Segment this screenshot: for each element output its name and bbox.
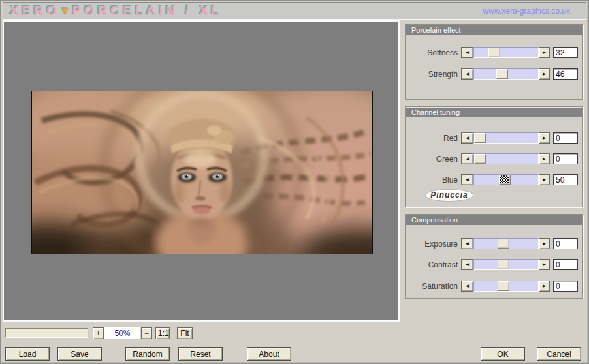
softness-decrease-button[interactable]: ◄ xyxy=(461,47,473,58)
blue-decrease-button[interactable]: ◄ xyxy=(461,174,473,185)
slider-label-red: Red xyxy=(406,134,458,143)
arrow-right-icon: ► xyxy=(542,177,547,183)
saturation-decrease-button[interactable]: ◄ xyxy=(461,281,473,292)
red-slider-track[interactable] xyxy=(473,132,539,144)
slider-label-softness: Softness xyxy=(406,48,458,57)
arrow-right-icon: ► xyxy=(542,71,547,77)
progress-bar xyxy=(5,328,88,338)
slider-label-exposure: Exposure xyxy=(406,239,458,249)
strength-increase-button[interactable]: ► xyxy=(539,68,550,80)
softness-value-input[interactable] xyxy=(553,47,578,58)
exposure-slider-thumb[interactable] xyxy=(498,239,509,249)
contrast-value-input[interactable] xyxy=(553,259,578,270)
saturation-value-input[interactable] xyxy=(553,281,578,292)
arrow-left-icon: ◄ xyxy=(465,135,470,141)
arrow-left-icon: ◄ xyxy=(465,262,470,267)
pinuccia-watermark: Pinuccia xyxy=(425,189,473,202)
slider-row-blue: Blue ◄ ► xyxy=(406,174,582,185)
green-value-input[interactable] xyxy=(553,153,578,164)
arrow-left-icon: ◄ xyxy=(465,156,470,162)
blue-slider-track[interactable] xyxy=(473,174,539,185)
exposure-value-input[interactable] xyxy=(553,238,578,249)
save-button[interactable]: Save xyxy=(57,347,102,361)
slider-row-exposure: Exposure ◄ ► xyxy=(406,238,582,249)
blue-value-input[interactable] xyxy=(553,174,578,185)
plugin-dialog: { "titlebar": { "logo_xero": "XERO", "lo… xyxy=(0,0,589,364)
arrow-right-icon: ► xyxy=(542,50,547,55)
contrast-increase-button[interactable]: ► xyxy=(539,259,550,270)
exposure-slider-track[interactable] xyxy=(473,238,539,249)
section-porcelain-effect: Porcelain effect Softness ◄ ► Strength ◄… xyxy=(405,24,583,100)
slider-row-green: Green ◄ ► xyxy=(406,153,582,164)
triangle-icon: ▼ xyxy=(60,5,72,18)
artwork xyxy=(32,91,372,254)
logo-porcelain-text: PORCELAIN / XL xyxy=(72,3,223,18)
blue-slider-thumb[interactable] xyxy=(499,175,511,185)
softness-increase-button[interactable]: ► xyxy=(539,47,550,58)
slider-label-green: Green xyxy=(406,155,458,164)
preview-image xyxy=(31,91,373,254)
arrow-left-icon: ◄ xyxy=(465,71,470,77)
contrast-slider-track[interactable] xyxy=(473,259,539,270)
green-increase-button[interactable]: ► xyxy=(539,153,550,164)
green-decrease-button[interactable]: ◄ xyxy=(461,153,473,164)
arrow-right-icon: ► xyxy=(542,135,547,141)
contrast-slider-thumb[interactable] xyxy=(498,260,509,269)
slider-row-red: Red ◄ ► xyxy=(406,132,582,144)
cancel-button[interactable]: Cancel xyxy=(537,347,581,361)
zoom-level-display: 50% xyxy=(104,327,140,339)
softness-slider-track[interactable] xyxy=(473,47,539,58)
green-slider-track[interactable] xyxy=(473,153,539,164)
fit-button[interactable]: Fit xyxy=(177,327,193,339)
red-decrease-button[interactable]: ◄ xyxy=(461,132,473,144)
section-title: Compensation xyxy=(406,215,582,225)
section-compensation: Compensation Exposure ◄ ► Contrast ◄ ► S… xyxy=(405,214,583,299)
zoom-in-button[interactable]: + xyxy=(93,327,104,339)
softness-slider-thumb[interactable] xyxy=(488,48,500,57)
section-title: Porcelain effect xyxy=(406,25,582,35)
section-channel-tuning: Channel tuning Red ◄ ► Green ◄ ► Blue ◄ … xyxy=(405,106,583,207)
red-increase-button[interactable]: ► xyxy=(539,132,550,144)
slider-row-strength: Strength ◄ ► xyxy=(406,68,582,80)
red-value-input[interactable] xyxy=(553,132,578,144)
arrow-right-icon: ► xyxy=(542,262,547,267)
red-slider-thumb[interactable] xyxy=(474,133,486,143)
slider-label-blue: Blue xyxy=(406,175,458,185)
saturation-slider-thumb[interactable] xyxy=(498,281,509,291)
reset-button[interactable]: Reset xyxy=(178,347,223,361)
exposure-increase-button[interactable]: ► xyxy=(539,238,550,249)
strength-decrease-button[interactable]: ◄ xyxy=(461,68,473,80)
slider-label-strength: Strength xyxy=(406,70,458,79)
slider-row-saturation: Saturation ◄ ► xyxy=(406,281,582,292)
contrast-decrease-button[interactable]: ◄ xyxy=(461,259,473,270)
title-bar: XERO▼PORCELAIN / XL www.xero-graphics.co… xyxy=(3,2,586,20)
ok-button[interactable]: OK xyxy=(481,347,525,361)
app-logo: XERO▼PORCELAIN / XL xyxy=(10,3,223,18)
slider-row-softness: Softness ◄ ► xyxy=(406,47,582,58)
zoom-out-button[interactable]: − xyxy=(141,327,152,339)
about-button[interactable]: About xyxy=(247,347,291,361)
arrow-left-icon: ◄ xyxy=(465,241,470,247)
slider-label-saturation: Saturation xyxy=(406,282,458,291)
arrow-left-icon: ◄ xyxy=(465,50,470,55)
random-button[interactable]: Random xyxy=(125,347,170,361)
one-to-one-button[interactable]: 1:1 xyxy=(155,327,170,339)
green-slider-thumb[interactable] xyxy=(474,154,486,164)
saturation-slider-track[interactable] xyxy=(473,281,539,292)
blue-increase-button[interactable]: ► xyxy=(539,174,550,185)
load-button[interactable]: Load xyxy=(5,347,50,361)
strength-slider-track[interactable] xyxy=(473,68,539,80)
strength-slider-thumb[interactable] xyxy=(496,69,508,79)
strength-value-input[interactable] xyxy=(553,68,578,80)
arrow-left-icon: ◄ xyxy=(465,283,470,289)
logo-xero-text: XERO xyxy=(10,3,60,18)
arrow-right-icon: ► xyxy=(542,156,547,162)
arrow-right-icon: ► xyxy=(542,283,547,289)
website-link[interactable]: www.xero-graphics.co.uk xyxy=(483,7,570,16)
slider-label-contrast: Contrast xyxy=(406,260,458,269)
exposure-decrease-button[interactable]: ◄ xyxy=(461,238,473,249)
preview-canvas[interactable] xyxy=(3,20,400,322)
saturation-increase-button[interactable]: ► xyxy=(539,281,550,292)
slider-row-contrast: Contrast ◄ ► xyxy=(406,259,582,270)
arrow-left-icon: ◄ xyxy=(465,177,470,183)
